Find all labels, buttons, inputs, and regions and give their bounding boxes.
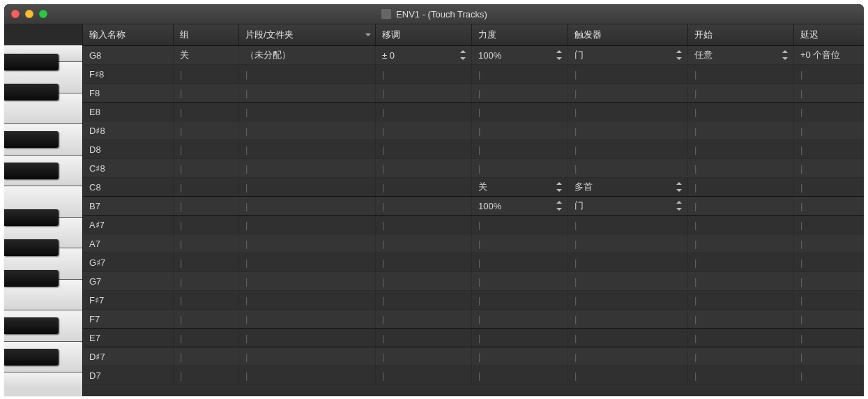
group-cell[interactable]: | (174, 197, 239, 215)
region-cell[interactable]: （未分配） (239, 46, 376, 64)
velocity-cell[interactable]: | (472, 291, 568, 309)
start-cell[interactable]: | (688, 84, 794, 102)
delay-cell[interactable]: | (794, 84, 864, 102)
black-key[interactable] (4, 317, 59, 334)
delay-cell[interactable]: | (794, 253, 864, 271)
start-cell[interactable]: | (688, 329, 794, 347)
velocity-cell[interactable]: 100% (472, 197, 568, 215)
table-row[interactable]: C♯8||||||| (83, 159, 864, 178)
transpose-cell[interactable]: | (376, 366, 472, 384)
delay-cell[interactable]: | (794, 103, 864, 121)
table-row[interactable]: G♯7||||||| (83, 253, 864, 272)
velocity-cell[interactable]: | (472, 366, 568, 384)
table-row[interactable]: D♯8||||||| (83, 121, 864, 140)
col-header-velocity[interactable]: 力度 (472, 24, 568, 45)
region-cell[interactable]: | (239, 310, 376, 328)
region-cell[interactable]: | (239, 347, 376, 366)
group-cell[interactable]: | (174, 84, 239, 102)
group-cell[interactable]: | (174, 121, 239, 140)
start-cell[interactable]: | (688, 121, 794, 140)
trigger-cell[interactable]: | (568, 84, 688, 102)
group-cell[interactable]: | (174, 310, 239, 328)
group-cell[interactable]: 关 (174, 46, 239, 64)
trigger-cell[interactable]: | (568, 103, 688, 121)
transpose-cell[interactable]: | (376, 329, 472, 347)
delay-cell[interactable]: | (794, 197, 864, 215)
delay-cell[interactable]: | (794, 272, 864, 290)
table-row[interactable]: B7|||100%门|| (83, 197, 864, 216)
black-key[interactable] (4, 270, 59, 287)
transpose-cell[interactable]: | (376, 84, 472, 102)
table-row[interactable]: G8关（未分配）± 0100%门任意+0 个音位 (83, 46, 864, 65)
start-cell[interactable]: | (688, 159, 794, 177)
start-cell[interactable]: | (688, 310, 794, 328)
trigger-cell[interactable]: | (568, 140, 688, 158)
group-cell[interactable]: | (174, 140, 239, 158)
velocity-cell[interactable]: | (472, 272, 568, 290)
table-row[interactable]: D8||||||| (83, 140, 864, 159)
delay-cell[interactable]: | (794, 329, 864, 347)
table-row[interactable]: F7||||||| (83, 310, 864, 329)
region-cell[interactable]: | (239, 366, 376, 384)
group-cell[interactable]: | (174, 291, 239, 309)
start-cell[interactable]: | (688, 347, 794, 366)
trigger-cell[interactable]: | (568, 310, 688, 328)
velocity-cell[interactable]: | (472, 347, 568, 366)
transpose-cell[interactable]: | (376, 121, 472, 140)
region-cell[interactable]: | (239, 178, 376, 196)
transpose-cell[interactable]: | (376, 65, 472, 83)
delay-cell[interactable]: | (794, 159, 864, 177)
table-row[interactable]: G7||||||| (83, 272, 864, 291)
table-row[interactable]: F♯8||||||| (83, 65, 864, 84)
velocity-cell[interactable]: | (472, 310, 568, 328)
start-cell[interactable]: | (688, 234, 794, 253)
transpose-cell[interactable]: | (376, 234, 472, 253)
transpose-cell[interactable]: | (376, 310, 472, 328)
trigger-cell[interactable]: | (568, 366, 688, 384)
start-cell[interactable]: | (688, 366, 794, 384)
table-row[interactable]: E8||||||| (83, 103, 864, 121)
trigger-cell[interactable]: | (568, 65, 688, 83)
group-cell[interactable]: | (174, 329, 239, 347)
trigger-cell[interactable]: 门 (568, 197, 688, 215)
start-cell[interactable]: | (688, 178, 794, 196)
close-button[interactable] (11, 10, 20, 18)
velocity-cell[interactable]: | (472, 121, 568, 140)
col-header-start[interactable]: 开始 (688, 24, 794, 45)
piano-keys[interactable] (4, 45, 82, 396)
region-cell[interactable]: | (239, 121, 376, 140)
trigger-cell[interactable]: | (568, 216, 688, 234)
trigger-cell[interactable]: | (568, 329, 688, 347)
region-cell[interactable]: | (239, 65, 376, 83)
table-row[interactable]: E7||||||| (83, 329, 864, 347)
black-key[interactable] (4, 54, 59, 70)
region-cell[interactable]: | (239, 84, 376, 102)
transpose-cell[interactable]: | (376, 253, 472, 271)
group-cell[interactable]: | (174, 253, 239, 271)
trigger-cell[interactable]: | (568, 253, 688, 271)
transpose-cell[interactable]: | (376, 291, 472, 309)
velocity-cell[interactable]: | (472, 140, 568, 158)
black-key[interactable] (4, 349, 59, 366)
delay-cell[interactable]: | (794, 121, 864, 140)
velocity-cell[interactable]: | (472, 159, 568, 177)
transpose-cell[interactable]: | (376, 216, 472, 234)
start-cell[interactable]: | (688, 291, 794, 309)
table-row[interactable]: A♯7||||||| (83, 216, 864, 234)
group-cell[interactable]: | (174, 65, 239, 83)
start-cell[interactable]: | (688, 216, 794, 234)
group-cell[interactable]: | (174, 216, 239, 234)
delay-cell[interactable]: | (794, 234, 864, 253)
white-key[interactable] (4, 372, 82, 389)
transpose-cell[interactable]: | (376, 197, 472, 215)
delay-cell[interactable]: | (794, 366, 864, 384)
region-cell[interactable]: | (239, 291, 376, 309)
velocity-cell[interactable]: | (472, 329, 568, 347)
table-row[interactable]: F8||||||| (83, 84, 864, 103)
col-header-region[interactable]: 片段/文件夹 (239, 24, 376, 45)
col-header-name[interactable]: 输入名称 (83, 24, 174, 45)
transpose-cell[interactable]: | (376, 272, 472, 290)
velocity-cell[interactable]: | (472, 216, 568, 234)
transpose-cell[interactable]: ± 0 (376, 46, 472, 64)
start-cell[interactable]: | (688, 253, 794, 271)
